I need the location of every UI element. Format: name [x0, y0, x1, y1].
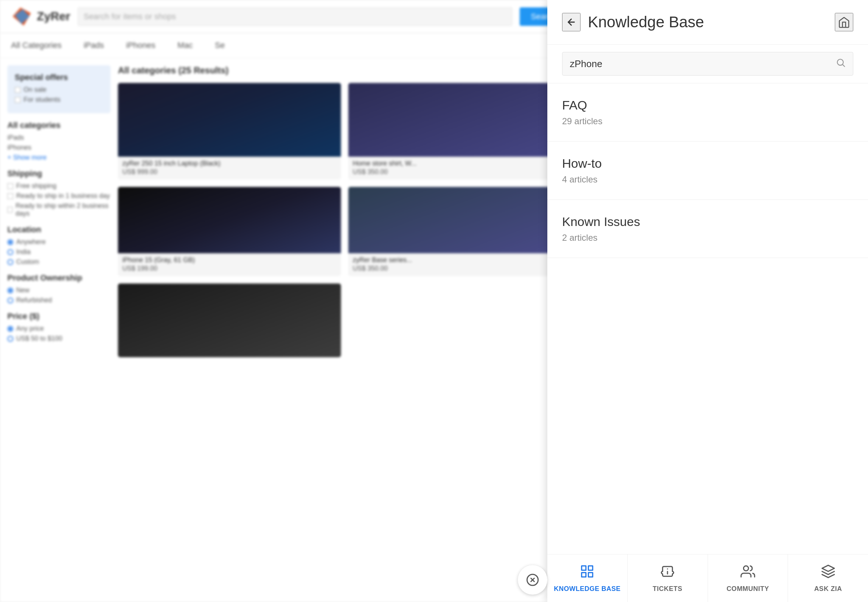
store-background: ZyRer Search for items or shops Search A…	[0, 0, 579, 602]
kb-category-howto-count: 4 articles	[562, 174, 853, 185]
svg-point-3	[837, 59, 843, 65]
store-logo-text: ZyRer	[37, 9, 71, 23]
nav-mac: Mac	[178, 41, 193, 50]
logo-area: ZyRer	[11, 6, 71, 28]
svg-line-4	[843, 64, 844, 66]
search-icon	[836, 57, 846, 71]
kb-category-faq[interactable]: FAQ 29 articles	[547, 83, 868, 141]
svg-rect-10	[581, 573, 586, 577]
kb-search-container	[547, 45, 868, 83]
svg-point-14	[744, 566, 748, 571]
bottom-nav: KNOWLEDGE BASE TICKETS	[547, 554, 868, 602]
nav-tab-community-label: COMMUNITY	[727, 585, 769, 593]
back-arrow-icon	[566, 17, 577, 27]
store-header: ZyRer Search for items or shops Search	[0, 0, 579, 33]
nav-iphones: iPhones	[126, 41, 156, 50]
product-card-1: zyRer 250 15 inch Laptop (Black) US$ 999…	[118, 83, 341, 180]
close-button[interactable]	[518, 565, 547, 594]
store-search-placeholder: Search for items or shops	[84, 12, 176, 22]
ask-zia-icon	[821, 564, 836, 582]
community-icon	[741, 564, 755, 582]
kb-category-howto[interactable]: How-to 4 articles	[547, 141, 868, 200]
kb-categories-list: FAQ 29 articles How-to 4 articles Known …	[547, 83, 868, 602]
store-nav-tabs: All Categories iPads iPhones Mac Se	[0, 33, 579, 58]
svg-rect-11	[589, 573, 593, 577]
close-icon	[526, 573, 539, 587]
kb-back-button[interactable]	[562, 13, 581, 31]
store-sidebar: Special offers On sale For students All …	[8, 65, 110, 357]
kb-category-known-issues-count: 2 articles	[562, 233, 853, 243]
kb-category-howto-name: How-to	[562, 156, 853, 171]
product-card-3: iPhone 15 (Gray, 61 GB) US$ 199.00	[118, 187, 341, 276]
nav-tab-tickets[interactable]: TICKETS	[628, 554, 708, 602]
kb-category-known-issues-name: Known Issues	[562, 215, 853, 229]
nav-ipads: iPads	[84, 41, 104, 50]
nav-se: Se	[215, 41, 225, 50]
kb-search-box	[562, 52, 853, 75]
kb-header: Knowledge Base	[547, 0, 868, 45]
nav-tab-tickets-label: TICKETS	[653, 585, 682, 593]
kb-header-left: Knowledge Base	[562, 13, 704, 31]
kb-category-faq-count: 29 articles	[562, 116, 853, 126]
kb-category-known-issues[interactable]: Known Issues 2 articles	[547, 200, 868, 258]
product-card-5	[118, 284, 341, 357]
tickets-icon	[660, 564, 675, 582]
nav-tab-knowledge-base[interactable]: KNOWLEDGE BASE	[547, 554, 628, 602]
store-main-content: All categories (25 Results) zyRer 250 15…	[118, 65, 571, 357]
nav-tab-ask-zia-label: ASK ZIA	[814, 585, 842, 593]
kb-title: Knowledge Base	[588, 13, 704, 31]
results-title: All categories (25 Results)	[118, 65, 571, 75]
nav-all-categories: All Categories	[11, 41, 61, 50]
nav-tab-ask-zia[interactable]: ASK ZIA	[788, 554, 868, 602]
logo-icon	[11, 6, 33, 28]
kb-search-input[interactable]	[562, 52, 853, 75]
svg-rect-8	[581, 566, 586, 570]
home-icon	[838, 16, 850, 28]
nav-tab-community[interactable]: COMMUNITY	[708, 554, 788, 602]
kb-category-faq-name: FAQ	[562, 98, 853, 112]
knowledge-base-panel: Knowledge Base FAQ 29 articles	[547, 0, 868, 602]
nav-tab-knowledge-base-label: KNOWLEDGE BASE	[554, 585, 621, 593]
svg-marker-1	[14, 8, 30, 25]
kb-home-button[interactable]	[835, 13, 853, 31]
knowledge-base-icon	[580, 564, 595, 582]
product-card-2: Home store shirt, W... US$ 350.00	[348, 83, 571, 180]
store-search-bar: Search for items or shops	[78, 8, 513, 26]
store-content: Special offers On sale For students All …	[0, 58, 579, 365]
product-grid: zyRer 250 15 inch Laptop (Black) US$ 999…	[118, 83, 571, 357]
svg-rect-9	[589, 566, 593, 570]
special-offers-title: Special offers	[15, 73, 103, 82]
product-card-4: zyRer Base series... US$ 350.00	[348, 187, 571, 276]
